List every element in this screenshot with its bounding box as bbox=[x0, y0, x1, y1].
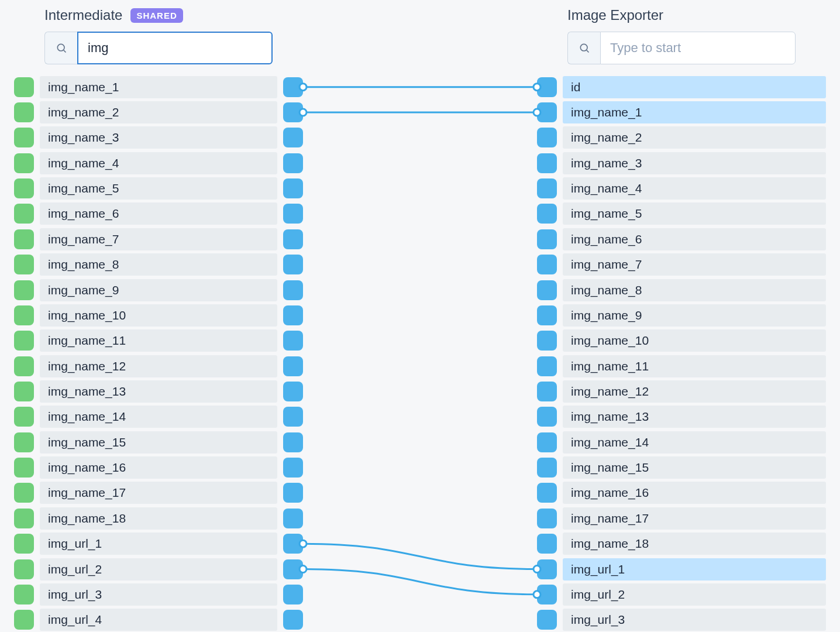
input-port-icon[interactable] bbox=[14, 331, 34, 351]
target-search-input[interactable] bbox=[600, 32, 796, 64]
input-port-icon[interactable] bbox=[537, 382, 557, 401]
right-field-row[interactable]: img_url_2 bbox=[537, 582, 826, 606]
output-port-icon[interactable] bbox=[283, 204, 303, 224]
right-field-row[interactable]: img_name_17 bbox=[537, 506, 826, 530]
left-field-row[interactable]: img_name_14 bbox=[14, 405, 303, 429]
output-port-icon[interactable] bbox=[283, 483, 303, 503]
right-field-row[interactable]: img_name_11 bbox=[537, 354, 826, 378]
output-port-icon[interactable] bbox=[283, 534, 303, 554]
right-field-row[interactable]: img_name_16 bbox=[537, 481, 826, 505]
right-field-row[interactable]: img_name_14 bbox=[537, 430, 826, 454]
output-port-icon[interactable] bbox=[283, 407, 303, 427]
left-field-row[interactable]: img_name_4 bbox=[14, 151, 303, 175]
left-field-row[interactable]: img_name_2 bbox=[14, 100, 303, 124]
right-field-row[interactable]: img_name_10 bbox=[537, 329, 826, 353]
left-field-row[interactable]: img_name_15 bbox=[14, 430, 303, 454]
input-port-icon[interactable] bbox=[14, 458, 34, 478]
input-port-icon[interactable] bbox=[14, 483, 34, 503]
output-port-icon[interactable] bbox=[283, 178, 303, 198]
right-field-row[interactable]: id bbox=[537, 75, 826, 99]
input-port-icon[interactable] bbox=[14, 559, 34, 579]
right-field-row[interactable]: img_name_18 bbox=[537, 531, 826, 555]
input-port-icon[interactable] bbox=[14, 280, 34, 300]
left-field-row[interactable]: img_name_6 bbox=[14, 202, 303, 226]
output-port-icon[interactable] bbox=[283, 458, 303, 478]
search-icon[interactable] bbox=[44, 32, 77, 64]
left-field-row[interactable]: img_url_2 bbox=[14, 557, 303, 581]
right-field-row[interactable]: img_name_12 bbox=[537, 379, 826, 403]
right-field-row[interactable]: img_name_8 bbox=[537, 278, 826, 302]
left-field-row[interactable]: img_name_17 bbox=[14, 481, 303, 505]
input-port-icon[interactable] bbox=[14, 77, 34, 97]
output-port-icon[interactable] bbox=[283, 356, 303, 376]
input-port-icon[interactable] bbox=[537, 280, 557, 300]
left-field-row[interactable]: img_name_9 bbox=[14, 278, 303, 302]
output-port-icon[interactable] bbox=[283, 610, 303, 630]
input-port-icon[interactable] bbox=[537, 128, 557, 147]
output-port-icon[interactable] bbox=[283, 102, 303, 122]
input-port-icon[interactable] bbox=[537, 483, 557, 503]
right-field-row[interactable]: img_url_1 bbox=[537, 557, 826, 581]
left-field-row[interactable]: img_name_16 bbox=[14, 455, 303, 479]
input-port-icon[interactable] bbox=[14, 153, 34, 173]
right-field-row[interactable]: img_url_3 bbox=[537, 608, 826, 632]
left-field-row[interactable]: img_name_3 bbox=[14, 126, 303, 150]
input-port-icon[interactable] bbox=[14, 305, 34, 325]
left-field-row[interactable]: img_url_3 bbox=[14, 582, 303, 606]
input-port-icon[interactable] bbox=[537, 585, 557, 604]
input-port-icon[interactable] bbox=[14, 128, 34, 147]
right-field-row[interactable]: img_name_9 bbox=[537, 303, 826, 327]
output-port-icon[interactable] bbox=[283, 585, 303, 604]
input-port-icon[interactable] bbox=[537, 102, 557, 122]
left-field-row[interactable]: img_name_8 bbox=[14, 253, 303, 277]
output-port-icon[interactable] bbox=[283, 509, 303, 528]
input-port-icon[interactable] bbox=[14, 356, 34, 376]
left-field-row[interactable]: img_name_1 bbox=[14, 75, 303, 99]
search-icon[interactable] bbox=[567, 32, 600, 64]
left-field-row[interactable]: img_name_10 bbox=[14, 303, 303, 327]
left-field-row[interactable]: img_name_11 bbox=[14, 329, 303, 353]
input-port-icon[interactable] bbox=[537, 331, 557, 351]
left-field-row[interactable]: img_url_4 bbox=[14, 608, 303, 632]
input-port-icon[interactable] bbox=[14, 204, 34, 224]
output-port-icon[interactable] bbox=[283, 280, 303, 300]
left-field-row[interactable]: img_name_18 bbox=[14, 506, 303, 530]
left-field-row[interactable]: img_name_13 bbox=[14, 379, 303, 403]
input-port-icon[interactable] bbox=[14, 382, 34, 401]
input-port-icon[interactable] bbox=[14, 178, 34, 198]
input-port-icon[interactable] bbox=[14, 585, 34, 604]
right-field-row[interactable]: img_name_3 bbox=[537, 151, 826, 175]
right-field-row[interactable]: img_name_7 bbox=[537, 253, 826, 277]
input-port-icon[interactable] bbox=[537, 559, 557, 579]
input-port-icon[interactable] bbox=[537, 153, 557, 173]
input-port-icon[interactable] bbox=[14, 102, 34, 122]
right-field-row[interactable]: img_name_13 bbox=[537, 405, 826, 429]
input-port-icon[interactable] bbox=[537, 229, 557, 249]
input-port-icon[interactable] bbox=[14, 255, 34, 274]
source-search-input[interactable] bbox=[77, 32, 273, 64]
right-field-row[interactable]: img_name_6 bbox=[537, 227, 826, 251]
input-port-icon[interactable] bbox=[14, 407, 34, 427]
input-port-icon[interactable] bbox=[537, 458, 557, 478]
input-port-icon[interactable] bbox=[537, 255, 557, 274]
output-port-icon[interactable] bbox=[283, 331, 303, 351]
input-port-icon[interactable] bbox=[14, 610, 34, 630]
input-port-icon[interactable] bbox=[537, 204, 557, 224]
left-field-row[interactable]: img_name_7 bbox=[14, 227, 303, 251]
output-port-icon[interactable] bbox=[283, 432, 303, 452]
input-port-icon[interactable] bbox=[537, 509, 557, 528]
input-port-icon[interactable] bbox=[14, 509, 34, 528]
input-port-icon[interactable] bbox=[537, 356, 557, 376]
left-field-row[interactable]: img_name_12 bbox=[14, 354, 303, 378]
input-port-icon[interactable] bbox=[14, 432, 34, 452]
input-port-icon[interactable] bbox=[537, 432, 557, 452]
output-port-icon[interactable] bbox=[283, 382, 303, 401]
output-port-icon[interactable] bbox=[283, 153, 303, 173]
output-port-icon[interactable] bbox=[283, 255, 303, 274]
output-port-icon[interactable] bbox=[283, 128, 303, 147]
input-port-icon[interactable] bbox=[537, 610, 557, 630]
right-field-row[interactable]: img_name_2 bbox=[537, 126, 826, 150]
left-field-row[interactable]: img_name_5 bbox=[14, 176, 303, 200]
input-port-icon[interactable] bbox=[537, 305, 557, 325]
right-field-row[interactable]: img_name_1 bbox=[537, 100, 826, 124]
